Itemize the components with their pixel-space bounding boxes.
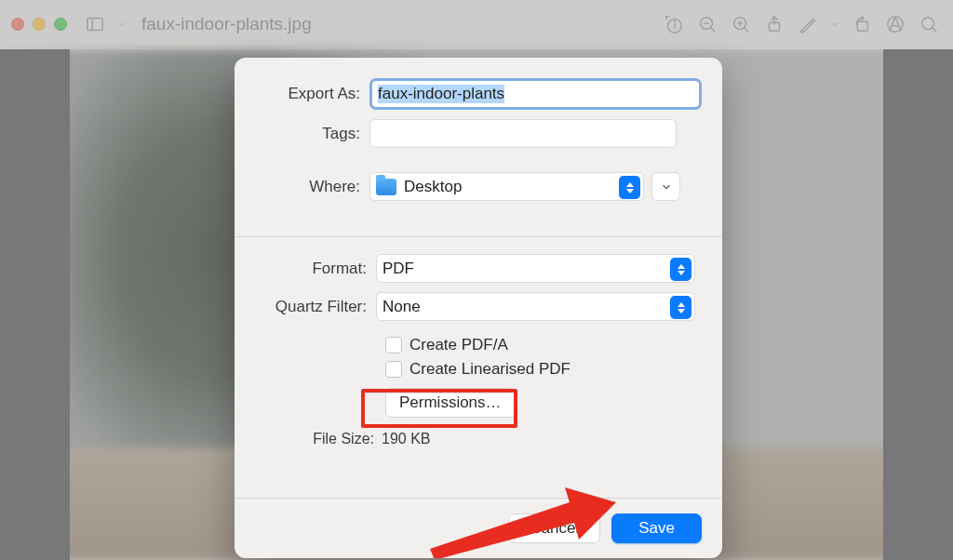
permissions-label: Permissions… [399,393,502,412]
svg-rect-0 [87,19,103,31]
window-title: faux-indoor-plants.jpg [141,14,312,34]
where-label: Where: [255,178,369,196]
permissions-button[interactable]: Permissions… [385,388,516,418]
minimize-window-button[interactable] [33,18,46,31]
fullscreen-window-button[interactable] [54,18,67,31]
tags-label: Tags: [255,125,369,143]
rotate-icon[interactable] [849,11,875,37]
export-as-focus-ring: faux-indoor-plants [369,78,702,110]
file-size-value: 190 KB [382,431,430,447]
export-as-label: Export As: [255,85,369,103]
quartz-filter-popup[interactable]: None [376,292,695,321]
svg-point-4 [674,20,675,21]
tags-input[interactable] [369,119,677,148]
where-popup[interactable]: Desktop [369,172,644,201]
create-pdfa-label: Create PDF/A [409,336,508,354]
where-value: Desktop [404,178,462,196]
zoom-in-icon[interactable] [728,11,754,37]
sidebar-toggle-button[interactable] [82,11,108,37]
save-button[interactable]: Save [611,513,702,543]
create-linearised-checkbox[interactable] [385,361,402,378]
cancel-label: Cancel [530,519,579,538]
preview-toolbar: faux-indoor-plants.jpg [0,0,953,49]
updown-arrows-icon [670,296,691,319]
expand-button[interactable] [651,172,680,201]
export-dialog: Export As: faux-indoor-plants Tags: Wher… [235,58,722,558]
svg-rect-15 [857,21,867,31]
export-as-value: faux-indoor-plants [378,85,504,103]
sidebar-menu-chevron-icon[interactable] [115,11,128,37]
quartz-filter-value: None [383,298,421,316]
info-icon[interactable] [661,11,687,37]
format-popup[interactable]: PDF [376,254,695,283]
dialog-button-bar: Cancel Save [235,498,722,558]
create-pdfa-checkbox[interactable] [385,337,402,353]
format-value: PDF [383,260,414,278]
create-linearised-label: Create Linearised PDF [409,360,570,379]
updown-arrows-icon [619,176,640,199]
svg-line-19 [933,28,937,33]
markup-menu-chevron-icon[interactable] [828,11,841,37]
format-label: Format: [255,260,376,278]
file-size-label: File Size: [255,431,382,447]
share-icon[interactable] [761,11,787,37]
svg-line-6 [711,28,716,33]
cancel-button[interactable]: Cancel [508,513,600,543]
updown-arrows-icon [670,258,691,281]
close-window-button[interactable] [11,18,24,31]
save-label: Save [638,519,675,538]
search-icon[interactable] [916,11,942,37]
export-as-input[interactable]: faux-indoor-plants [372,81,699,107]
quartz-filter-label: Quartz Filter: [255,298,376,316]
svg-point-18 [922,18,934,30]
window-controls [11,18,67,31]
svg-line-9 [745,28,749,33]
highlight-icon[interactable] [882,11,908,37]
folder-icon [376,179,396,195]
zoom-out-icon[interactable] [694,11,720,37]
markup-icon[interactable] [795,11,821,37]
